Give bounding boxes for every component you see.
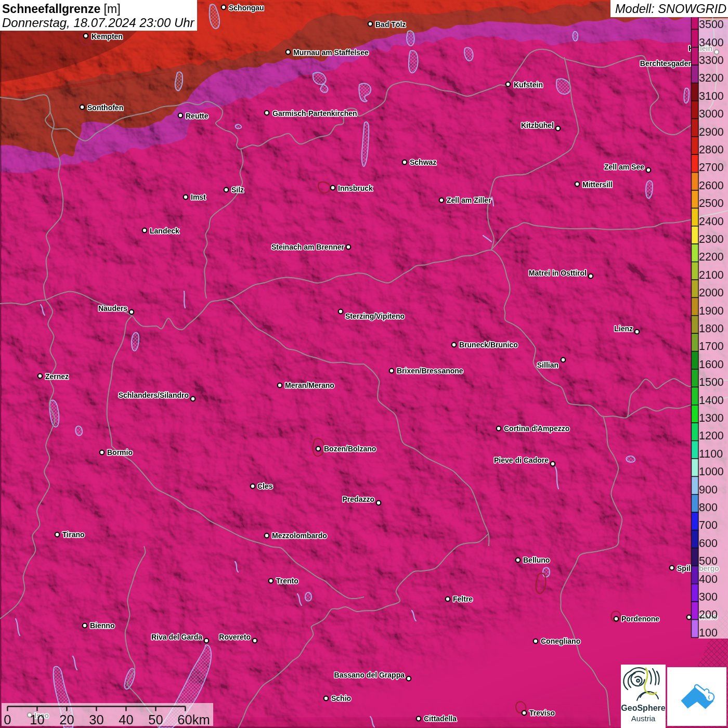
svg-text:Bruneck/Brunico: Bruneck/Brunico [459,341,518,349]
svg-text:Predazzo: Predazzo [343,495,374,503]
svg-text:Schneefallgrenze [m]: Schneefallgrenze [m] [2,2,121,16]
svg-text:3300: 3300 [699,54,724,67]
svg-text:1700: 1700 [699,340,724,353]
svg-text:Riva del Garda: Riva del Garda [151,633,202,641]
svg-text:Kufstein: Kufstein [514,81,543,89]
svg-text:Sonthofen: Sonthofen [87,103,123,112]
svg-text:Nauders: Nauders [98,304,127,313]
svg-text:1500: 1500 [699,376,724,388]
svg-text:Garmisch-Partenkirchen: Garmisch-Partenkirchen [272,109,357,118]
svg-text:300: 300 [699,591,718,603]
svg-text:Sterzing/Vipiteno: Sterzing/Vipiteno [345,312,405,320]
svg-text:Belluno: Belluno [523,556,550,564]
svg-text:Schongau: Schongau [229,4,264,12]
svg-text:Lienz: Lienz [614,324,633,333]
svg-text:1900: 1900 [699,305,724,317]
svg-text:Rovereto: Rovereto [219,633,251,641]
svg-text:50: 50 [148,712,163,727]
svg-text:20: 20 [59,712,74,727]
svg-text:2500: 2500 [699,197,724,210]
svg-text:2600: 2600 [699,179,724,192]
svg-text:Kitzbühel: Kitzbühel [521,121,554,129]
svg-text:600: 600 [699,537,718,550]
svg-text:1800: 1800 [699,322,724,335]
svg-text:Schlanders/Silandro: Schlanders/Silandro [119,391,189,399]
svg-text:2000: 2000 [699,287,724,299]
svg-text:Zell am Ziller: Zell am Ziller [447,196,491,204]
svg-text:3500: 3500 [699,18,724,31]
svg-text:Donnerstag, 18.07.2024 23:00 U: Donnerstag, 18.07.2024 23:00 Uhr [2,16,195,30]
svg-text:Modell: SNOWGRID: Modell: SNOWGRID [615,2,726,16]
svg-text:200: 200 [699,608,718,621]
svg-text:Bienno: Bienno [90,621,114,630]
svg-text:Zell am See: Zell am See [604,163,644,171]
svg-text:60km: 60km [177,712,210,727]
svg-text:1000: 1000 [699,465,724,478]
svg-text:GeoSphere: GeoSphere [621,704,665,712]
svg-text:Brixen/Bressanone: Brixen/Bressanone [397,367,463,375]
svg-text:2100: 2100 [699,269,724,281]
svg-text:10: 10 [30,712,44,727]
svg-text:1400: 1400 [699,394,724,407]
svg-text:Austria: Austria [631,714,656,723]
svg-text:Treviso: Treviso [529,709,555,717]
svg-text:100: 100 [699,627,718,639]
svg-text:Pieve di Cadore: Pieve di Cadore [494,456,549,464]
svg-text:Murnau am Staffelsee: Murnau am Staffelsee [293,48,369,57]
svg-text:2800: 2800 [699,144,724,156]
svg-text:400: 400 [699,573,718,586]
svg-text:700: 700 [699,519,718,531]
svg-text:Feltre: Feltre [453,595,473,603]
svg-text:Bormio: Bormio [107,448,133,457]
svg-text:Sillian: Sillian [537,361,558,369]
svg-text:Mittersill: Mittersill [582,180,613,189]
svg-text:Cortina d'Ampezzo: Cortina d'Ampezzo [504,424,569,433]
svg-text:Bozen/Bolzano: Bozen/Bolzano [324,445,376,453]
svg-text:Landeck: Landeck [150,227,179,235]
svg-text:30: 30 [89,712,103,727]
svg-text:Mezzolombardo: Mezzolombardo [272,531,327,540]
svg-text:3100: 3100 [699,90,724,102]
svg-text:Meran/Merano: Meran/Merano [285,381,334,389]
svg-text:3400: 3400 [699,36,724,49]
svg-text:1200: 1200 [699,430,724,442]
svg-text:Imst: Imst [191,193,206,201]
svg-text:Silz: Silz [231,186,244,194]
svg-text:2700: 2700 [699,161,724,174]
svg-text:1600: 1600 [699,358,724,371]
svg-text:1100: 1100 [699,448,723,460]
svg-text:2300: 2300 [699,233,724,245]
svg-text:3200: 3200 [699,72,724,84]
svg-text:Tirano: Tirano [62,530,85,539]
svg-text:Berchtesgaden: Berchtesgaden [640,59,693,68]
svg-text:800: 800 [699,501,718,514]
svg-text:1300: 1300 [699,412,724,424]
svg-text:Cittadella: Cittadella [424,714,457,723]
svg-text:900: 900 [699,484,718,496]
svg-text:Kempten: Kempten [92,32,123,41]
svg-text:Steinach am Brenner: Steinach am Brenner [271,243,345,251]
svg-text:Trento: Trento [276,577,298,585]
svg-text:0: 0 [4,712,11,727]
svg-text:2400: 2400 [699,215,724,228]
svg-text:500: 500 [699,555,718,567]
svg-text:Pordenone: Pordenone [621,615,659,623]
svg-text:Schwaz: Schwaz [410,158,436,166]
svg-text:Cles: Cles [257,482,273,490]
svg-text:Zernez: Zernez [45,372,69,381]
svg-text:Schio: Schio [331,694,351,703]
svg-text:3000: 3000 [699,108,724,120]
svg-text:Matrei in Osttirol: Matrei in Osttirol [529,269,587,277]
svg-text:Bassano del Grappa: Bassano del Grappa [334,671,405,679]
svg-text:Bad Tölz: Bad Tölz [375,20,406,29]
svg-text:Innsbruck: Innsbruck [338,184,373,192]
svg-text:2900: 2900 [699,126,724,138]
svg-text:40: 40 [119,712,133,727]
svg-text:2200: 2200 [699,251,724,263]
svg-text:Reutte: Reutte [186,112,209,120]
svg-text:Conegliano: Conegliano [541,637,580,645]
